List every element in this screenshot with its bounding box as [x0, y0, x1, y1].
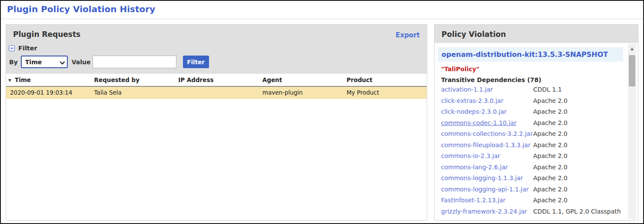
filter-by-select-wrap: Time — [21, 56, 68, 68]
scrollbar-up-arrow-icon[interactable]: ▲ — [628, 44, 636, 53]
dependency-row: FastInfoset-1.2.13.jar Apache 2.0 — [441, 195, 623, 206]
plugin-requests-header: Plugin Requests Export Filter By Time Va… — [6, 25, 427, 74]
dependency-row: commons-fileupload-1.3.3.jar Apache 2.0 — [441, 140, 623, 151]
dependency-jar-link[interactable]: commons-codec-1.10.jar — [441, 118, 533, 129]
column-header-agent[interactable]: Agent — [259, 74, 343, 86]
dependency-jar-link[interactable]: commons-logging-api-1.1.jar — [441, 184, 533, 195]
dependency-jar-link[interactable]: commons-fileupload-1.3.3.jar — [441, 140, 533, 151]
dependency-license: Apache 2.0 — [533, 184, 568, 195]
policy-violation-title: Policy Violation — [442, 30, 506, 39]
column-header-time[interactable]: ▼Time — [6, 74, 90, 86]
dependency-jar-link[interactable]: commons-io-2.3.jar — [441, 151, 533, 162]
column-header-product[interactable]: Product — [342, 74, 427, 86]
dependency-license: CDDL 1.1, GPL 2.0 Classpath — [533, 206, 621, 217]
dependency-license: CDDL 1.1 — [533, 84, 562, 96]
policy-violation-content: openam-distribution-kit:13.5.3-SNAPSHOT … — [435, 43, 638, 220]
sort-desc-icon: ▼ — [8, 78, 11, 82]
dependency-row: click-extras-2.3.0.jar Apache 2.0 — [441, 96, 623, 107]
dependency-license: Apache 2.0 — [533, 128, 568, 140]
dependency-jar-link[interactable]: activation-1.1.jar — [441, 84, 533, 96]
page-title: Plugin Policy Violation History — [7, 4, 155, 14]
filter-value-input[interactable] — [93, 56, 176, 68]
app-window: Plugin Policy Violation History Plugin R… — [0, 0, 644, 224]
cell-agent: maven-plugin — [259, 86, 343, 99]
column-header-requested-by[interactable]: Requested by — [90, 74, 175, 86]
filter-controls: By Time Value Filter — [9, 56, 209, 68]
table-header-row: ▼Time Requested by IP Address Agent Prod… — [6, 74, 427, 86]
dependency-jar-link[interactable]: grizzly-framework-2.3.24.jar — [441, 206, 533, 217]
collapse-minus-icon[interactable] — [9, 45, 15, 51]
dependency-jar-link[interactable]: commons-collections-3.2.2.jar — [441, 128, 533, 140]
dependency-jar-link[interactable]: click-extras-2.3.0.jar — [441, 96, 533, 107]
violating-artifact-link[interactable]: openam-distribution-kit:13.5.3-SNAPSHOT — [438, 47, 623, 62]
plugin-requests-panel: Plugin Requests Export Filter By Time Va… — [6, 24, 427, 221]
title-divider — [1, 19, 643, 19]
filter-value-label: Value — [72, 59, 91, 66]
dependency-row: commons-io-2.3.jar Apache 2.0 — [441, 151, 623, 162]
dependency-license: Apache 2.0 — [533, 195, 568, 206]
filter-section-label: Filter — [18, 45, 37, 52]
cell-requested-by: Talia Sela — [90, 86, 175, 99]
dependency-row: activation-1.1.jar CDDL 1.1 — [441, 84, 623, 96]
column-header-ip-address[interactable]: IP Address — [174, 74, 259, 86]
dependency-row: commons-lang-2.6.jar Apache 2.0 — [441, 162, 623, 173]
dependency-row: grizzly-framework-2.3.24.jar CDDL 1.1, G… — [441, 206, 623, 217]
scrollbar-thumb[interactable] — [629, 55, 635, 86]
dependency-license: Apache 2.0 — [533, 151, 568, 162]
dependency-license: Apache 2.0 — [533, 140, 568, 151]
cell-time: 2020-09-01 19:03:14 — [6, 86, 90, 99]
dependency-license: Apache 2.0 — [533, 162, 568, 173]
scrollbar-track[interactable]: ▲ — [628, 44, 636, 219]
dependency-jar-link[interactable]: FastInfoset-1.2.13.jar — [441, 195, 533, 206]
policy-name: "TaliPolicy" — [441, 66, 623, 72]
table-row[interactable]: 2020-09-01 19:03:14 Talia Sela maven-plu… — [6, 86, 427, 99]
dependency-jar-link[interactable]: click-nodeps-2.3.0.jar — [441, 106, 533, 118]
policy-violation-panel: Policy Violation openam-distribution-kit… — [434, 24, 638, 221]
dependency-row: click-nodeps-2.3.0.jar Apache 2.0 — [441, 106, 623, 118]
dependency-row: commons-collections-3.2.2.jar Apache 2.0 — [441, 128, 623, 140]
dependency-license: Apache 2.0 — [533, 118, 568, 129]
dependency-license: Apache 2.0 — [533, 173, 568, 184]
dependency-license: Apache 2.0 — [533, 106, 568, 118]
cell-ip-address — [174, 86, 259, 99]
dependency-row: commons-codec-1.10.jar Apache 2.0 — [441, 118, 623, 129]
plugin-requests-table: ▼Time Requested by IP Address Agent Prod… — [6, 74, 427, 99]
filter-section-toggle[interactable]: Filter — [9, 45, 37, 52]
dependency-jar-link[interactable]: commons-logging-1.1.3.jar — [441, 173, 533, 184]
dependency-row: commons-logging-api-1.1.jar Apache 2.0 — [441, 184, 623, 195]
dependency-license: Apache 2.0 — [533, 96, 568, 107]
transitive-dependencies-heading: Transitive Dependencies (78) — [441, 76, 623, 83]
filter-by-select[interactable]: Time — [21, 56, 68, 68]
dependency-row: commons-logging-1.1.3.jar Apache 2.0 — [441, 173, 623, 184]
dependency-jar-link[interactable]: commons-lang-2.6.jar — [441, 162, 533, 173]
cell-product: My Product — [342, 86, 427, 99]
plugin-requests-title: Plugin Requests — [13, 30, 80, 39]
policy-violation-header: Policy Violation — [435, 25, 638, 43]
filter-by-label: By — [9, 59, 18, 66]
export-link[interactable]: Export — [395, 31, 420, 39]
filter-apply-button[interactable]: Filter — [183, 56, 209, 68]
